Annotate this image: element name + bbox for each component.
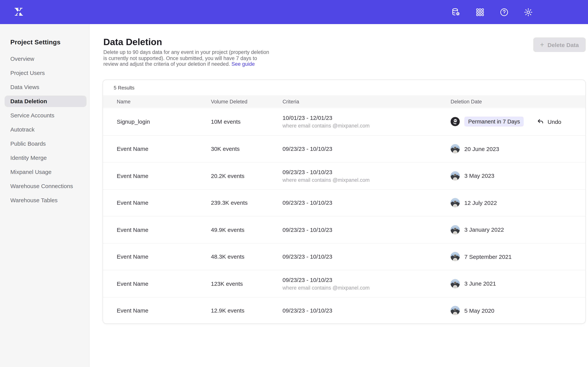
delete-data-button[interactable]: + Delete Data (533, 37, 586, 52)
event-name-cell: Event Name (117, 280, 148, 287)
volume-deleted-cell: 239.3K events (211, 200, 248, 206)
user-avatar (450, 117, 460, 126)
deletion-date-cell: 3 January 2022 (450, 216, 504, 243)
deletion-date-cell: 20 June 2023 (450, 135, 499, 162)
page-title: Data Deletion (103, 37, 162, 47)
sidebar-item-warehouse-connections[interactable]: Warehouse Connections (5, 179, 86, 193)
criteria-date-range: 09/23/23 - 10/10/23 (283, 253, 332, 260)
criteria-date-range: 09/23/23 - 10/10/23 (283, 169, 370, 175)
user-avatar (450, 225, 460, 234)
table-row: Event Name30K events09/23/23 - 10/10/232… (103, 135, 585, 162)
results-count: 5 Results (103, 80, 585, 95)
sidebar-nav: OverviewProject UsersData ViewsData Dele… (0, 52, 89, 207)
deletion-date-label: 20 June 2023 (464, 146, 499, 152)
app-root: X (0, 0, 588, 367)
data-management-icon[interactable] (451, 7, 461, 17)
apps-grid-icon[interactable] (475, 7, 485, 17)
user-avatar (450, 171, 460, 180)
table-body: Signup_login10M events10/01/23 - 12/01/2… (103, 108, 585, 324)
table-row: Event Name20.2K events09/23/23 - 10/10/2… (103, 162, 585, 189)
criteria-cell: 09/23/23 - 10/10/23where email contains … (283, 169, 370, 183)
event-name-cell: Event Name (117, 173, 148, 179)
deletion-table-card: 5 Results Name Volume Deleted Criteria D… (103, 80, 586, 324)
sidebar-item-public-boards[interactable]: Public Boards (5, 136, 86, 151)
sidebar-item-label: Service Accounts (5, 109, 86, 121)
top-navigation-bar: X (0, 0, 588, 24)
volume-deleted-cell: 48.3K events (211, 253, 244, 260)
user-avatar (450, 306, 460, 315)
criteria-where-clause: where email contains @mixpanel.com (283, 285, 370, 291)
sidebar-item-label: Autotrack (5, 124, 86, 135)
table-row: Event Name49.9K events09/23/23 - 10/10/2… (103, 216, 585, 243)
criteria-where-clause: where email contains @mixpanel.com (283, 177, 370, 183)
see-guide-link[interactable]: See guide (231, 61, 255, 67)
sidebar-item-service-accounts[interactable]: Service Accounts (5, 108, 86, 122)
deletion-date-cell: 3 May 2023 (450, 162, 494, 189)
criteria-date-range: 09/23/23 - 10/10/23 (283, 277, 370, 283)
deletion-date-cell: 3 June 2021 (450, 270, 496, 297)
volume-deleted-cell: 20.2K events (211, 173, 244, 179)
column-header-volume: Volume Deleted (211, 99, 248, 105)
column-header-name: Name (117, 99, 130, 105)
criteria-cell: 09/23/23 - 10/10/23where email contains … (283, 277, 370, 291)
criteria-cell: 09/23/23 - 10/10/23 (283, 146, 332, 152)
volume-deleted-cell: 10M events (211, 118, 241, 125)
topbar-icon-group (451, 7, 533, 17)
table-row: Signup_login10M events10/01/23 - 12/01/2… (103, 108, 585, 135)
sidebar-item-autotrack[interactable]: Autotrack (5, 122, 86, 136)
sidebar-item-overview[interactable]: Overview (5, 52, 86, 66)
table-header-row: Name Volume Deleted Criteria Deletion Da… (103, 95, 585, 108)
event-name-cell: Event Name (117, 307, 148, 314)
volume-deleted-cell: 49.9K events (211, 226, 244, 233)
deletion-date-label: 12 July 2022 (464, 200, 497, 206)
event-name-cell: Event Name (117, 200, 148, 206)
sidebar-item-label: Warehouse Connections (5, 180, 86, 192)
deletion-date-label: 3 June 2021 (464, 280, 496, 287)
undo-arrow-icon (537, 118, 544, 125)
permanent-in-7-days-badge: Permanent in 7 Days (464, 117, 524, 127)
undo-button-label: Undo (548, 118, 562, 125)
criteria-date-range: 09/23/23 - 10/10/23 (283, 146, 332, 152)
mixpanel-logo[interactable]: X (13, 6, 25, 18)
sidebar-item-label: Warehouse Tables (5, 194, 86, 206)
settings-gear-icon[interactable] (523, 7, 533, 17)
delete-data-button-label: Delete Data (548, 42, 579, 48)
deletion-date-cell: 5 May 2020 (450, 297, 494, 324)
sidebar-item-label: Overview (5, 53, 86, 64)
column-header-deletion-date: Deletion Date (450, 99, 482, 105)
sidebar-item-project-users[interactable]: Project Users (5, 66, 86, 80)
criteria-date-range: 09/23/23 - 10/10/23 (283, 226, 332, 233)
criteria-date-range: 09/23/23 - 10/10/23 (283, 307, 332, 314)
undo-button[interactable]: Undo (537, 118, 562, 125)
help-icon[interactable] (499, 7, 509, 17)
criteria-cell: 09/23/23 - 10/10/23 (283, 200, 332, 206)
event-name-cell: Signup_login (117, 118, 150, 125)
sidebar-item-label: Mixpanel Usage (5, 166, 86, 178)
criteria-where-clause: where email contains @mixpanel.com (283, 123, 370, 129)
user-avatar (450, 198, 460, 207)
sidebar-item-warehouse-tables[interactable]: Warehouse Tables (5, 193, 86, 207)
deletion-date-cell: Permanent in 7 DaysUndo (450, 108, 562, 135)
sidebar-title: Project Settings (0, 39, 89, 46)
user-avatar (450, 144, 460, 153)
volume-deleted-cell: 123K events (211, 280, 243, 287)
deletion-date-label: 5 May 2020 (464, 307, 494, 314)
sidebar-item-label: Data Views (5, 81, 86, 93)
sidebar-item-data-views[interactable]: Data Views (5, 80, 86, 94)
volume-deleted-cell: 30K events (211, 146, 240, 152)
table-row: Event Name48.3K events09/23/23 - 10/10/2… (103, 243, 585, 270)
sidebar-item-label: Public Boards (5, 138, 86, 149)
volume-deleted-cell: 12.9K events (211, 307, 244, 314)
criteria-cell: 09/23/23 - 10/10/23 (283, 226, 332, 233)
table-row: Event Name239.3K events09/23/23 - 10/10/… (103, 189, 585, 216)
user-avatar (450, 252, 460, 261)
sidebar-item-mixpanel-usage[interactable]: Mixpanel Usage (5, 165, 86, 179)
sidebar-item-data-deletion[interactable]: Data Deletion (5, 94, 86, 108)
sidebar-item-identity-merge[interactable]: Identity Merge (5, 151, 86, 165)
plus-icon: + (540, 41, 544, 48)
deletion-date-cell: 12 July 2022 (450, 189, 497, 216)
column-header-criteria: Criteria (283, 99, 299, 105)
sidebar-item-label: Project Users (5, 67, 86, 79)
deletion-date-cell: 7 September 2021 (450, 243, 512, 270)
criteria-date-range: 09/23/23 - 10/10/23 (283, 200, 332, 206)
